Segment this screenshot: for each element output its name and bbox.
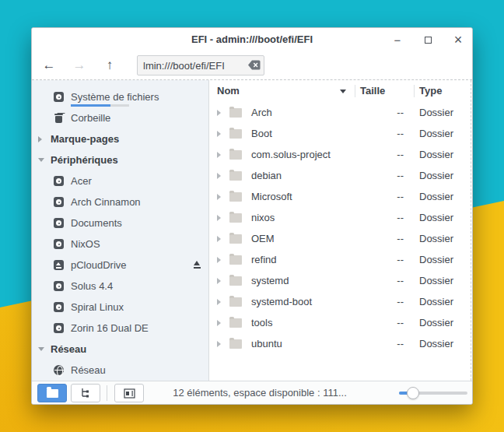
icon-view-button[interactable] (37, 384, 67, 402)
file-row-tools[interactable]: tools--Dossier (209, 312, 471, 333)
file-row-systemd[interactable]: systemd--Dossier (209, 270, 471, 291)
file-size: -- (360, 102, 404, 123)
sidebar-item-pclouddrive[interactable]: pCloudDrive (32, 255, 208, 276)
file-type: Dossier (419, 312, 453, 333)
row-expander-icon[interactable] (217, 194, 221, 200)
column-separator[interactable] (355, 85, 355, 97)
file-name[interactable]: refind (251, 249, 277, 270)
sidebar-label: pCloudDrive (71, 259, 127, 271)
row-expander-icon[interactable] (217, 341, 221, 347)
column-separator[interactable] (414, 85, 415, 97)
sidebar-item-solus-4-4[interactable]: Solus 4.4 (32, 276, 208, 297)
file-row-com-solus-project[interactable]: com.solus-project--Dossier (209, 144, 471, 165)
back-button[interactable]: ← (40, 51, 58, 79)
row-expander-icon[interactable] (217, 320, 221, 326)
sidebar-section-r-seau[interactable]: Réseau (32, 339, 208, 360)
sidebar-item-acer[interactable]: Acer (32, 170, 208, 191)
row-expander-icon[interactable] (217, 173, 221, 179)
file-name[interactable]: systemd-boot (251, 291, 312, 312)
folder-icon (47, 389, 58, 398)
file-type: Dossier (419, 291, 453, 312)
up-button[interactable]: ↑ (100, 51, 119, 79)
eject-button[interactable] (192, 260, 202, 270)
drive-icon (54, 218, 64, 228)
folder-icon (229, 213, 242, 223)
sidebar-section-marque-pages[interactable]: Marque-pages (32, 128, 208, 149)
file-name[interactable]: com.solus-project (251, 144, 331, 165)
file-row-boot[interactable]: Boot--Dossier (209, 123, 471, 144)
toolbar: ← → ↑ (32, 51, 472, 79)
file-row-nixos[interactable]: nixos--Dossier (209, 207, 471, 228)
drive-icon (54, 197, 64, 207)
sidebar-section-p-riph-riques[interactable]: Périphériques (32, 149, 208, 170)
maximize-button[interactable] (422, 33, 434, 46)
status-text: 12 éléments, espace disponible : 111... (164, 381, 355, 404)
sidebar-item-corbeille[interactable]: Corbeille (32, 107, 208, 128)
forward-button[interactable]: → (70, 51, 89, 79)
file-type: Dossier (419, 144, 453, 165)
sidebar-item-documents[interactable]: Documents (32, 212, 208, 234)
row-expander-icon[interactable] (217, 215, 221, 221)
file-name[interactable]: debian (251, 165, 282, 186)
file-row-oem[interactable]: OEM--Dossier (209, 228, 471, 249)
file-name[interactable]: Boot (251, 123, 272, 144)
minimize-button[interactable]: − (391, 33, 404, 46)
sidebar-label: Marque-pages (51, 133, 119, 145)
folder-icon (229, 255, 242, 265)
row-expander-icon[interactable] (217, 299, 221, 305)
file-size: -- (360, 123, 404, 144)
folder-icon (229, 339, 242, 349)
row-expander-icon[interactable] (217, 236, 221, 242)
close-button[interactable]: × (452, 33, 464, 46)
tree-view-button[interactable] (71, 384, 100, 402)
sidebar-item-syst-me-de-fichiers[interactable]: Système de fichiers (32, 86, 208, 107)
file-name[interactable]: ubuntu (251, 333, 282, 354)
zoom-slider-handle[interactable] (407, 387, 419, 399)
file-type: Dossier (419, 102, 453, 123)
file-name[interactable]: nixos (251, 207, 275, 228)
drive-icon (54, 239, 64, 249)
row-expander-icon[interactable] (217, 131, 221, 137)
file-type: Dossier (419, 123, 453, 144)
file-list-pane: Nom Taille Type Arch--DossierBoot--Dossi… (209, 80, 472, 381)
row-expander-icon[interactable] (217, 110, 221, 116)
content-area: Système de fichiersCorbeilleMarque-pages… (32, 79, 472, 381)
titlebar[interactable]: EFI - admin:///boot/efi/EFI − × (32, 28, 472, 51)
file-name[interactable]: OEM (251, 228, 275, 249)
window-controls: − × (391, 28, 464, 51)
column-header-type[interactable]: Type (419, 80, 442, 102)
sidebar-label: Corbeille (71, 112, 110, 124)
sidebar-item-r-seau[interactable]: Réseau (32, 360, 208, 381)
column-header-size[interactable]: Taille (360, 80, 385, 102)
sidebar-item-spiral-linux[interactable]: Spiral Linux (32, 297, 208, 318)
chevron-right-icon[interactable] (38, 136, 51, 142)
row-expander-icon[interactable] (217, 152, 221, 158)
row-expander-icon[interactable] (217, 257, 221, 263)
file-name[interactable]: Arch (251, 102, 272, 123)
file-row-systemd-boot[interactable]: systemd-boot--Dossier (209, 291, 471, 312)
file-name[interactable]: Microsoft (251, 186, 292, 207)
folder-icon (229, 297, 242, 307)
file-size: -- (360, 186, 404, 207)
sidebar-label: Périphériques (51, 154, 118, 166)
file-manager-window: EFI - admin:///boot/efi/EFI − × ← → ↑ Sy… (31, 27, 473, 405)
sidebar-item-nixos[interactable]: NixOS (32, 234, 208, 255)
chevron-down-icon[interactable] (38, 347, 51, 351)
file-row-refind[interactable]: refind--Dossier (209, 249, 471, 270)
sidebar-item-zorin-16-dual-de[interactable]: Zorin 16 Dual DE (32, 318, 208, 339)
clear-location-icon[interactable] (248, 60, 261, 70)
disk-usage-bar (71, 104, 129, 107)
location-input[interactable] (137, 55, 264, 76)
toggle-sidebar-button[interactable] (114, 384, 144, 402)
file-name[interactable]: systemd (251, 270, 289, 291)
file-row-microsoft[interactable]: Microsoft--Dossier (209, 186, 471, 207)
column-header-name[interactable]: Nom (217, 80, 240, 102)
file-row-arch[interactable]: Arch--Dossier (209, 102, 471, 123)
chevron-down-icon[interactable] (38, 158, 51, 162)
file-size: -- (360, 270, 404, 291)
sidebar-item-arch-cinnamon[interactable]: Arch Cinnamon (32, 191, 208, 212)
file-row-debian[interactable]: debian--Dossier (209, 165, 471, 186)
row-expander-icon[interactable] (217, 278, 221, 284)
file-row-ubuntu[interactable]: ubuntu--Dossier (209, 333, 471, 354)
file-name[interactable]: tools (251, 312, 272, 333)
